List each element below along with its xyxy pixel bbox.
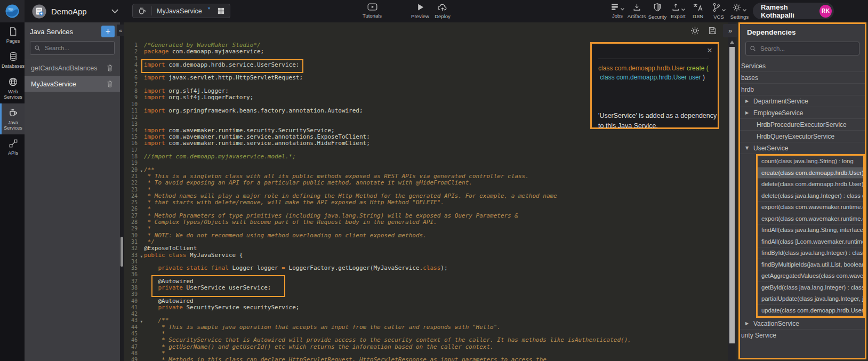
method-item[interactable]: getById(class java.lang.Integer) : class… — [758, 282, 863, 294]
search-input[interactable] — [44, 44, 110, 52]
code-line[interactable]: 39 — [124, 291, 728, 298]
action-export[interactable]: Export — [666, 3, 690, 19]
method-item[interactable]: update(class com.demoapp.hrdb.User) : cl — [758, 305, 863, 317]
action-tutorials[interactable]: Tutorials — [357, 3, 387, 19]
save-icon[interactable] — [708, 26, 718, 36]
expand-panel-button[interactable]: » — [723, 24, 737, 37]
method-item[interactable]: delete(class java.lang.Integer) : class … — [758, 190, 863, 202]
code-line[interactable]: 16import com.wavemaker.runtime.service.a… — [124, 140, 728, 147]
service-item[interactable]: MyJavaService — [25, 76, 120, 92]
search-icon — [34, 45, 41, 51]
panel-scrollbar[interactable] — [120, 22, 124, 361]
editor-settings-gear-icon[interactable] — [690, 26, 700, 36]
code-line[interactable]: 25 * that starts with delete/remove, wil… — [124, 199, 728, 206]
export-upload-icon — [671, 3, 680, 12]
close-icon[interactable]: × — [707, 46, 712, 55]
dependency-item-employeeservice[interactable]: ▶EmployeeService — [740, 107, 865, 119]
code-line[interactable]: 35 private static final Logger logger = … — [124, 265, 728, 271]
code-line[interactable]: 19 — [124, 160, 728, 166]
line-number: 46 — [124, 337, 138, 343]
fold-arrow-icon[interactable]: ▼ — [140, 168, 142, 174]
code-line[interactable]: 49 * Methods in this class can declare H… — [124, 357, 728, 361]
method-item[interactable]: findById(class java.lang.Integer) : clas… — [758, 247, 863, 259]
scrollbar-thumb[interactable] — [120, 237, 123, 267]
scrollbar-thumb[interactable] — [729, 47, 735, 343]
dependency-item-hrdbqueryexecutorservice[interactable]: HrdbQueryExecutorService — [740, 131, 865, 142]
search-input[interactable] — [759, 45, 855, 52]
code-line[interactable]: 33▼public class MyJavaService { — [124, 252, 728, 259]
method-item[interactable]: create(class com.demoapp.hrdb.User) : cl… — [758, 167, 863, 179]
line-number: 19 — [124, 160, 138, 166]
chevron-down-icon[interactable] — [111, 8, 119, 14]
chevron-down-icon[interactable]: ▼ — [745, 146, 750, 150]
editor-scrollbar[interactable] — [728, 22, 736, 361]
dependencies-search[interactable] — [745, 42, 859, 55]
code-line[interactable]: 36 — [124, 271, 728, 278]
sidebar-item-java-services[interactable]: Java Services — [0, 103, 25, 134]
fold-arrow-icon[interactable]: ▼ — [140, 318, 142, 325]
dependency-item-bases[interactable]: bases — [740, 72, 865, 84]
action-label: VCS — [713, 14, 724, 20]
service-search[interactable] — [30, 41, 115, 55]
trash-icon[interactable] — [106, 80, 114, 88]
action-i18n[interactable]: I18N — [688, 3, 708, 19]
method-item[interactable]: findAll(class [Lcom.wavemaker.runtime.da — [758, 236, 863, 248]
code-line[interactable]: 42 — [124, 311, 728, 317]
scroll-up-icon[interactable] — [730, 41, 734, 44]
action-label: Preview — [411, 13, 429, 19]
code-line[interactable]: 28 * Complex Types/Objects will become p… — [124, 219, 728, 226]
action-label: Settings — [730, 14, 749, 20]
method-item[interactable]: export(class com.wavemaker.runtime.data — [758, 213, 863, 225]
wavemaker-logo-icon[interactable] — [0, 0, 25, 22]
code-text: public class MyJavaService { — [138, 252, 243, 259]
grid-icon[interactable] — [217, 7, 225, 15]
line-number: 12 — [124, 114, 138, 121]
method-item[interactable]: delete(class com.demoapp.hrdb.User) : vo… — [758, 179, 863, 190]
dependency-item-vacationservice[interactable]: ▶VacationService — [740, 318, 865, 330]
code-line[interactable]: 31 */ — [124, 239, 728, 245]
add-service-button[interactable]: + — [101, 26, 115, 37]
code-line[interactable]: 18//import com.demoapp.myjavaservice.mod… — [124, 154, 728, 160]
line-number: 10 — [124, 101, 138, 108]
code-line[interactable]: 47 * getUserName() and getUserId() etc w… — [124, 344, 728, 350]
security-shield-icon — [653, 3, 662, 12]
fold-arrow-icon[interactable]: ▼ — [140, 253, 142, 260]
method-item[interactable]: getAggregatedValues(class com.wavemak — [758, 270, 863, 282]
method-item[interactable]: findByMultipleIds(java.util.List, boolea… — [758, 259, 863, 271]
code-line[interactable]: 41 private SecurityService securityServi… — [124, 304, 728, 311]
sidebar-item-pages[interactable]: Pages — [0, 22, 25, 47]
chevron-right-icon[interactable]: ▶ — [745, 321, 750, 326]
method-item[interactable]: partialUpdate(class java.lang.Integer, j… — [758, 293, 863, 305]
line-number: 9 — [124, 94, 138, 101]
sidebar-item-apis[interactable]: APIs — [0, 134, 25, 159]
code-line[interactable]: 30 * NOTE: We do not recommend using met… — [124, 232, 728, 239]
action-deploy[interactable]: Deploy — [428, 3, 457, 19]
method-item[interactable]: findAll(class java.lang.String, interfac… — [758, 224, 863, 236]
code-line[interactable]: 22 * To avoid exposing an API for a part… — [124, 180, 728, 186]
sidebar-item-databases[interactable]: Databases — [0, 47, 25, 73]
dependency-item-userservice[interactable]: ▼UserService — [740, 142, 865, 154]
action-settings[interactable]: Settings — [727, 3, 752, 20]
method-item[interactable]: count(class java.lang.String) : long — [758, 156, 863, 167]
chevron-right-icon[interactable]: ▶ — [745, 99, 750, 103]
code-line[interactable]: 44 * This is sample java operation that … — [124, 324, 728, 331]
tab-divider — [151, 6, 152, 15]
sidebar-item-label: Web Services — [2, 89, 25, 100]
dependency-item-urity-service[interactable]: urity Service — [740, 330, 865, 341]
dependency-item-hrdb[interactable]: hrdb — [740, 84, 865, 95]
dependency-item-hrdbprocedureexecutorservice[interactable]: HrdbProcedureExecutorService — [740, 119, 865, 131]
dependency-item-departmentservice[interactable]: ▶DepartmentService — [740, 95, 865, 107]
chevron-right-icon[interactable]: ▶ — [745, 110, 750, 115]
user-menu[interactable]: Ramesh Kothapalli RK — [753, 3, 834, 19]
trash-icon[interactable] — [106, 64, 114, 72]
popup-divider — [598, 59, 709, 59]
app-selector[interactable]: DemoApp — [32, 0, 87, 22]
method-item[interactable]: export(class com.wavemaker.runtime.data — [758, 202, 863, 213]
dependency-item-services[interactable]: Services — [740, 60, 865, 72]
service-item[interactable]: getCardsAndBalances — [25, 60, 120, 76]
code-text — [138, 311, 144, 317]
sidebar-item-web-services[interactable]: Web Services — [0, 73, 25, 103]
collapse-panel-button[interactable]: « — [117, 25, 124, 36]
code-line[interactable]: 38 private UserService userService; — [124, 285, 728, 291]
tab-myjavaservice[interactable]: MyJavaService * — [132, 4, 230, 18]
